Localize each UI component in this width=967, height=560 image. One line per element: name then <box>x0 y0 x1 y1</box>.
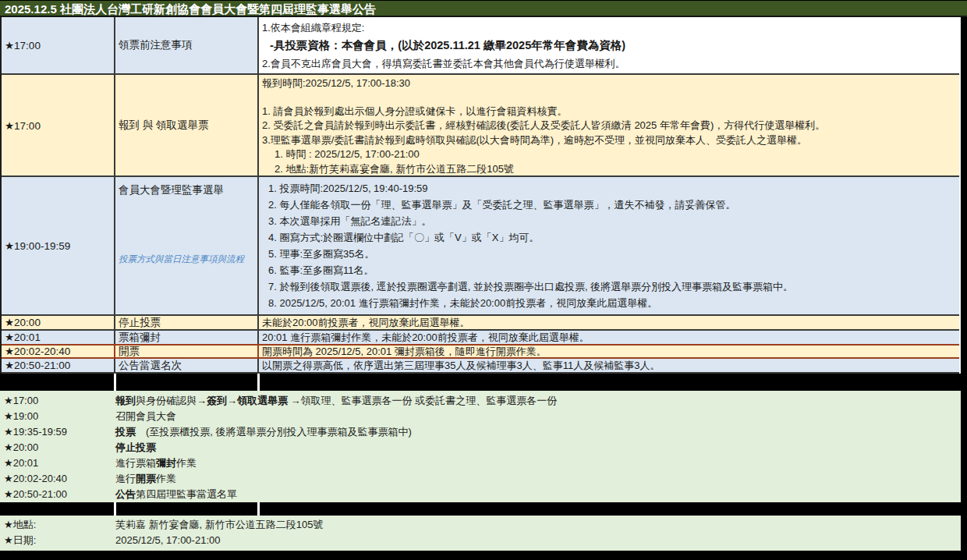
timeline-segment: 作業 <box>176 457 197 469</box>
timeline-segment: 報到 <box>115 395 136 406</box>
timeline-time: ★20:00 <box>0 440 115 455</box>
detail-line: 1. 時間 : 2025/12/5, 17:00-21:00 <box>262 147 956 162</box>
time-cell: ★17:00 <box>2 75 115 175</box>
item-cell: 停止投票 <box>115 316 259 329</box>
timeline-segment: → <box>227 395 237 406</box>
detail-line: 報到時間:2025/12/5, 17:00-18:30 <box>262 76 956 91</box>
detail-line: 4. 圈寫方式:於圈選欄位中劃記「〇」或「V」或「X」均可。 <box>262 229 956 246</box>
timeline-segment: 彌封 <box>156 457 176 469</box>
detail-line: 3. 本次選舉採用「無記名連記法」。 <box>262 213 956 229</box>
timeline-row: ★19:35-19:59 投票 (至投票櫃投票, 後將選舉票分別投入理事票箱及監… <box>0 424 961 440</box>
timeline-segment: 領取選舉票 <box>237 395 288 406</box>
announcement-page: 2025.12.5 社團法人台灣工研新創協會會員大會暨第四屆理監事選舉公告 ★1… <box>0 0 967 560</box>
timeline-time: ★20:02-20:40 <box>0 471 115 487</box>
timeline-segment: 與身份確認與→ <box>136 395 207 406</box>
timeline-segment: →領取理、監事選票各一份 或委託書之理、監事選票各一份 <box>288 395 557 406</box>
timeline-text: 報到與身份確認與→簽到→領取選舉票 →領取理、監事選票各一份 或委託書之理、監事… <box>115 393 961 409</box>
timeline-row: ★17:00 報到與身份確認與→簽到→領取選舉票 →領取理、監事選票各一份 或委… <box>0 393 961 409</box>
time-cell: ★20:02-20:40 <box>2 346 115 357</box>
detail-line: 1.依本會組織章程規定: <box>262 19 956 37</box>
timeline-text: 投票 (至投票櫃投票, 後將選舉票分別投入理事票箱及監事票箱中) <box>115 424 961 440</box>
time-cell: ★20:01 <box>2 331 115 344</box>
item-cell: 報到 與 領取選舉票 <box>115 75 259 175</box>
timeline-text: 停止投票 <box>115 440 961 455</box>
item-cell: 公告當選名次 <box>115 359 259 372</box>
schedule-row-highlighted: ★20:02-20:40 開票 開票時間為 2025/12/5, 20:01 彌… <box>2 344 959 359</box>
time-cell: ★20:50-21:00 <box>2 359 115 372</box>
timeline-segment: 進行票箱 <box>115 457 156 469</box>
footer-section: ★地點: 芙莉嘉 新竹宴會廳, 新竹市公道五路二段105號 ★日期: 2025/… <box>0 516 961 551</box>
timeline-segment: 公告 <box>115 488 136 500</box>
detail-line: 3.理監事選舉票/委託書請於報到處時領取與確認(以大會時間為準)，逾時恕不受理，… <box>262 133 956 148</box>
schedule-row: ★17:00 領票前注意事項 1.依本會組織章程規定: -具投票資格：本會會員，… <box>2 17 959 75</box>
detail-line: -具投票資格：本會會員，(以於2025.11.21 繳畢2025年常年會費為資格… <box>262 37 956 55</box>
detail-cell: 以開票之得票高低，依序選出第三屆理事35人及候補理事3人、監事11人及候補監事3… <box>259 359 959 372</box>
separator-cell <box>114 374 257 391</box>
separator-cell <box>0 374 114 391</box>
detail-line: 6. 監事:至多圈寫11名。 <box>262 262 956 278</box>
item-cell: 會員大會暨理監事選舉 投票方式與當日注意事項與流程 <box>115 177 259 314</box>
timeline-segment: 作業 <box>156 473 176 484</box>
schedule-row: ★20:00 停止投票 未能於20:00前投票者，視同放棄此屆選舉權。 <box>2 316 959 331</box>
schedule-table: ★17:00 領票前注意事項 1.依本會組織章程規定: -具投票資格：本會會員，… <box>0 17 961 374</box>
timeline-row: ★20:01 進行票箱彌封作業 <box>0 455 961 471</box>
detail-line: 2.會員不克出席會員大會，得填寫委託書並委託本會其他會員代為行使選舉權利。 <box>262 55 956 73</box>
separator-bar <box>0 502 961 516</box>
item-cell: 票箱彌封 <box>115 331 259 344</box>
timeline-segment: 召開會員大會 <box>115 410 176 422</box>
detail-line: 5. 理事:至多圈寫35名。 <box>262 246 956 262</box>
timeline-time: ★19:35-19:59 <box>0 424 115 440</box>
separator-cell <box>257 374 961 391</box>
page-title: 2025.12.5 社團法人台灣工研新創協會會員大會暨第四屆理監事選舉公告 <box>0 0 967 17</box>
timeline-time: ★20:01 <box>0 455 115 471</box>
timeline-time: ★17:00 <box>0 393 115 409</box>
separator-cell <box>114 502 257 516</box>
timeline-segment: (至投票櫃投票, 後將選舉票分別投入理事票箱及監事票箱中) <box>136 426 412 438</box>
separator-cell <box>0 502 114 516</box>
timeline-segment: 第四屆理監事當選名單 <box>136 488 237 500</box>
item-title: 會員大會暨理監事選舉 <box>119 183 254 197</box>
detail-line: 1. 投票時間:2025/12/5, 19:40-19:59 <box>262 180 956 197</box>
detail-line: 2. 受委託之會員請於報到時出示委託書，經核對確認後(委託人及受委託人皆須繳清 … <box>262 119 956 133</box>
timeline-row: ★20:50-21:00 公告第四屆理監事當選名單 <box>0 487 961 502</box>
timeline-text: 召開會員大會 <box>115 409 961 424</box>
schedule-row: ★20:50-21:00 公告當選名次 以開票之得票高低，依序選出第三屆理事35… <box>2 359 959 374</box>
location-label: ★地點: <box>0 517 115 533</box>
detail-line: 8. 2025/12/5, 20:01 進行票箱彌封作業，未能於20:00前投票… <box>262 295 956 311</box>
detail-line: 2. 每人僅能各領取一份「理、監事選舉票」及「受委託之理、監事選舉票」，遺失不補… <box>262 197 956 213</box>
separator-bar <box>0 374 961 391</box>
timeline-segment: 停止投票 <box>115 441 156 453</box>
timeline-text: 公告第四屆理監事當選名單 <box>115 487 961 502</box>
time-cell: ★17:00 <box>2 17 115 73</box>
footer-date-row: ★日期: 2025/12/5, 17:00-21:00 <box>0 533 961 548</box>
timeline-time: ★20:50-21:00 <box>0 487 115 502</box>
timeline-segment: 開票 <box>136 473 156 484</box>
date-value: 2025/12/5, 17:00-21:00 <box>115 533 961 548</box>
detail-cell: 報到時間:2025/12/5, 17:00-18:30 1. 請會員於報到處出示… <box>259 75 959 175</box>
schedule-row: ★17:00 報到 與 領取選舉票 報到時間:2025/12/5, 17:00-… <box>2 75 959 177</box>
detail-cell: 開票時間為 2025/12/5, 20:01 彌封票箱後，隨即進行開票作業。 <box>259 346 959 357</box>
detail-cell: 1.依本會組織章程規定: -具投票資格：本會會員，(以於2025.11.21 繳… <box>259 17 959 73</box>
footer-location-row: ★地點: 芙莉嘉 新竹宴會廳, 新竹市公道五路二段105號 <box>0 517 961 533</box>
time-cell: ★19:00-19:59 <box>2 177 115 314</box>
timeline-section: ★17:00 報到與身份確認與→簽到→領取選舉票 →領取理、監事選票各一份 或委… <box>0 391 961 502</box>
timeline-segment: 簽到 <box>207 395 227 406</box>
timeline-text: 進行開票作業 <box>115 471 961 487</box>
item-cell: 領票前注意事項 <box>115 17 259 73</box>
vote-instructions-link[interactable]: 投票方式與當日注意事項與流程 <box>119 253 254 265</box>
detail-line: 2. 地點:新竹芙莉嘉宴會廳, 新竹市公道五路二段105號 <box>262 162 956 177</box>
detail-cell: 20:01 進行票箱彌封作業，未能於20:00前投票者，視同放棄此屆選舉權。 <box>259 331 959 344</box>
detail-line: 7. 於報到後領取選票後, 逕於投票圈選亭劃選, 並於投票圈亭出口處投票, 後將… <box>262 278 956 295</box>
timeline-segment: 進行 <box>115 473 136 484</box>
date-label: ★日期: <box>0 533 115 548</box>
timeline-row: ★20:02-20:40 進行開票作業 <box>0 471 961 487</box>
timeline-time: ★19:00 <box>0 409 115 424</box>
timeline-row: ★20:00 停止投票 <box>0 440 961 455</box>
detail-cell: 1. 投票時間:2025/12/5, 19:40-19:59 2. 每人僅能各領… <box>259 177 959 314</box>
timeline-row: ★19:00 召開會員大會 <box>0 409 961 424</box>
timeline-segment: 投票 <box>115 426 136 438</box>
time-cell: ★20:00 <box>2 316 115 329</box>
detail-cell: 未能於20:00前投票者，視同放棄此屆選舉權。 <box>259 316 959 329</box>
item-cell: 開票 <box>115 346 259 357</box>
schedule-row: ★19:00-19:59 會員大會暨理監事選舉 投票方式與當日注意事項與流程 1… <box>2 177 959 316</box>
